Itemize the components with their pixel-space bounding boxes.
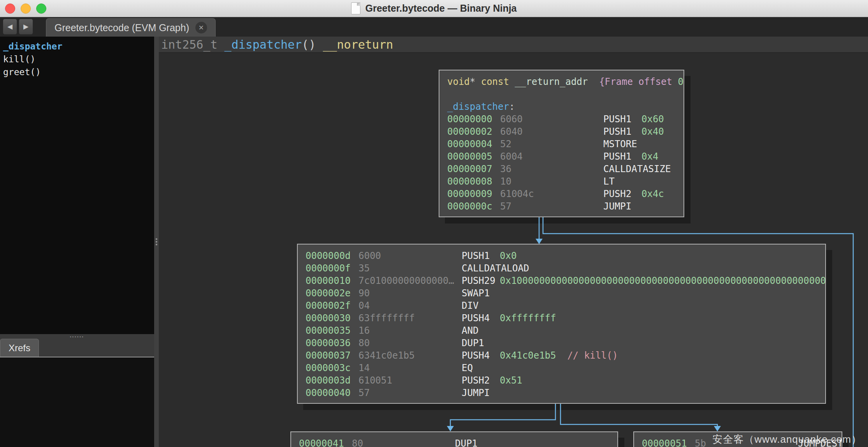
raw-bytes: 80: [358, 337, 370, 349]
raw-bytes: 90: [358, 287, 370, 299]
operand: 0x60: [641, 113, 664, 125]
xrefs-tab-label: Xrefs: [9, 343, 30, 354]
token-kw: __noreturn: [323, 38, 393, 51]
address: 0000003d: [306, 374, 351, 387]
token-fn: _dispatcher: [447, 101, 509, 112]
tab-close-icon[interactable]: ✕: [195, 22, 207, 33]
disasm-row-00000036[interactable]: 0000003680DUP1: [306, 337, 825, 349]
blank-line: [447, 88, 684, 100]
token-frame: {Frame offset: [588, 76, 678, 87]
function-list-item-_dispatcher[interactable]: _dispatcher: [3, 40, 154, 53]
address: 0000000d: [306, 250, 351, 262]
disasm-row-00000030[interactable]: 0000003063ffffffffPUSH40xffffffff: [306, 312, 825, 324]
disasm-row-00000037[interactable]: 000000376341c0e1b5PUSH40x41c0e1b5 // kil…: [306, 349, 825, 362]
main-area: _dispatcherkill()greet() ▪▪▪▪▪▪ Xrefs in…: [0, 37, 868, 447]
disasm-row-0000003c[interactable]: 0000003c14EQ: [306, 362, 825, 374]
arrowhead-icon: [714, 426, 721, 431]
disasm-row-0000000f[interactable]: 0000000f35CALLDATALOAD: [306, 262, 825, 275]
disasm-row-00000009[interactable]: 0000000961004cPUSH20x4c: [447, 188, 684, 200]
raw-bytes: 14: [358, 362, 370, 374]
operand: 0x10000000000000000000000000000000000000…: [500, 275, 826, 287]
disasm-row-00000005[interactable]: 000000056004PUSH10x4: [447, 150, 684, 163]
raw-bytes: 10: [500, 175, 511, 188]
raw-bytes: 6341c0e1b5: [358, 349, 415, 362]
close-window-button[interactable]: [5, 4, 15, 14]
token-type: int256_t: [161, 38, 225, 51]
disasm-row-00000040[interactable]: 0000004057JUMPI: [306, 387, 825, 399]
raw-bytes: 52: [500, 138, 511, 150]
splitter-handle-icon: [156, 238, 157, 240]
disasm-row-00000010[interactable]: 000000107c01000000000000…PUSH290x1000000…: [306, 275, 825, 287]
mnemonic: PUSH1: [462, 250, 490, 262]
address: 00000004: [447, 138, 492, 150]
address: 00000041: [299, 437, 344, 447]
address: 0000000f: [306, 262, 351, 275]
mnemonic: AND: [462, 324, 478, 337]
disasm-row-0000000d[interactable]: 0000000d6000PUSH10x0: [306, 250, 825, 262]
disasm-row-00000004[interactable]: 0000000452MSTORE: [447, 138, 684, 150]
back-button[interactable]: ◀: [3, 19, 17, 35]
basic-block-0[interactable]: void* const __return_addr {Frame offset …: [439, 70, 684, 217]
disasm-row-0000002e[interactable]: 0000002e90SWAP1: [306, 287, 825, 299]
disasm-row-00000035[interactable]: 0000003516AND: [306, 324, 825, 337]
disasm-row-00000008[interactable]: 0000000810LT: [447, 175, 684, 188]
address: 00000036: [306, 337, 351, 349]
arrowhead-icon: [536, 239, 543, 244]
address: 00000037: [306, 349, 351, 362]
tab-greeter-bytecode[interactable]: Greeter.bytecode (EVM Graph) ✕: [46, 18, 216, 37]
sidebar: _dispatcherkill()greet() ▪▪▪▪▪▪ Xrefs: [0, 37, 154, 447]
token-kw: const: [481, 76, 515, 87]
mnemonic: DUP1: [455, 437, 478, 447]
basic-block-2[interactable]: 0000004180DUP1: [290, 431, 618, 447]
token-fn: _dispatcher: [225, 38, 302, 51]
window-controls: [5, 4, 46, 14]
window-title: Greeter.bytecode — Binary Ninja: [365, 3, 517, 14]
disasm-row-00000041[interactable]: 0000004180DUP1: [299, 437, 617, 447]
address: 0000000c: [447, 200, 492, 213]
raw-bytes: 57: [500, 200, 511, 213]
mnemonic: DIV: [462, 299, 478, 312]
forward-arrow-icon: ▶: [23, 23, 28, 31]
window-title-group: Greeter.bytecode — Binary Ninja: [351, 2, 517, 14]
edge-to-block-3: [561, 404, 717, 426]
disasm-row-00000002[interactable]: 000000026040PUSH10x40: [447, 125, 684, 138]
raw-bytes: 6060: [500, 113, 523, 125]
disasm-row-0000000c[interactable]: 0000000c57JUMPI: [447, 200, 684, 213]
minimize-window-button[interactable]: [21, 4, 31, 14]
back-arrow-icon: ◀: [7, 23, 12, 31]
disasm-row-0000002f[interactable]: 0000002f04DIV: [306, 299, 825, 312]
mnemonic: PUSH2: [462, 374, 490, 387]
mnemonic: LT: [603, 175, 615, 188]
mnemonic: CALLDATASIZE: [603, 163, 671, 175]
block-content: 0000004180DUP1: [291, 432, 617, 447]
zoom-window-button[interactable]: [36, 4, 46, 14]
xrefs-tab[interactable]: Xrefs: [0, 339, 39, 357]
raw-bytes: 7c01000000000000…: [358, 275, 454, 287]
function-list-item-greet[interactable]: greet(): [3, 66, 154, 79]
address: 00000000: [447, 113, 492, 125]
raw-bytes: 61004c: [500, 188, 534, 200]
mnemonic: SWAP1: [462, 287, 490, 299]
address: 0000003c: [306, 362, 351, 374]
token-num: 0: [678, 76, 683, 87]
comment: // kill(): [556, 350, 618, 361]
disasm-row-00000007[interactable]: 0000000736CALLDATASIZE: [447, 163, 684, 175]
mnemonic: CALLDATALOAD: [462, 262, 529, 275]
disasm-row-0000003d[interactable]: 0000003d610051PUSH20x51: [306, 374, 825, 387]
forward-button[interactable]: ▶: [19, 19, 33, 35]
arrowhead-icon: [447, 426, 454, 431]
watermark: 安全客（www.anquanke.com）: [712, 433, 862, 446]
panel-resize-handle-icon[interactable]: ▪▪▪▪▪▪: [70, 335, 84, 339]
document-icon: [351, 2, 360, 14]
block-content: 0000000d6000PUSH10x00000000f35CALLDATALO…: [298, 245, 825, 399]
mnemonic: JUMPI: [603, 200, 631, 213]
sidebar-splitter[interactable]: [154, 37, 159, 447]
token-punct: *: [470, 76, 481, 87]
basic-block-1[interactable]: 0000000d6000PUSH10x00000000f35CALLDATALO…: [297, 244, 826, 404]
address: 00000007: [447, 163, 492, 175]
raw-bytes: 5b: [695, 437, 706, 447]
token-punct: (): [302, 38, 323, 51]
disasm-row-00000000[interactable]: 000000006060PUSH10x60: [447, 113, 684, 125]
graph-canvas[interactable]: 安全客（www.anquanke.com） void* const __retu…: [159, 53, 868, 447]
function-list-item-kill[interactable]: kill(): [3, 53, 154, 66]
